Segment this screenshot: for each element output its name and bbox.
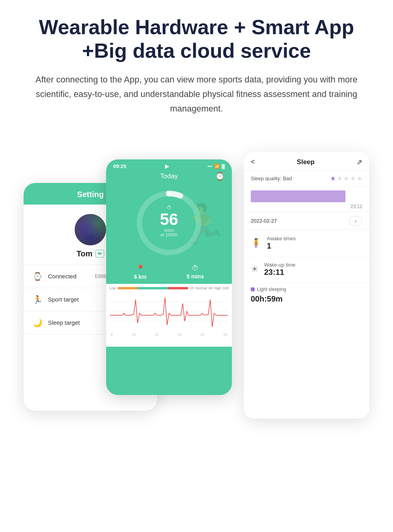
- status-right: ▪▪▪ 📶 ▓: [208, 164, 225, 169]
- heart-chart-svg: [109, 292, 229, 331]
- sleep-share-icon[interactable]: ⇗: [356, 158, 362, 166]
- user-name: Tom: [77, 249, 93, 258]
- star-rating: ★ ★ ★ ★ ★: [330, 175, 362, 182]
- star-4: ★: [350, 175, 356, 182]
- steps-sublabel: steps: [160, 228, 178, 232]
- star-2: ★: [337, 175, 342, 182]
- awake-icon: 🧍: [251, 238, 261, 248]
- distance-value: 6 km: [134, 274, 147, 280]
- scale-high: High: [214, 286, 221, 290]
- user-name-row: Tom ✏: [77, 249, 105, 258]
- battery-icon-status: ▓: [222, 164, 225, 168]
- wifi-icon: 📶: [214, 164, 220, 169]
- x-label-3: 12: [154, 333, 158, 336]
- hero-title: Wearable Hardware + Smart App +Big data …: [12, 16, 381, 63]
- light-sleep-dot: [251, 287, 255, 291]
- page-wrapper: Wearable Hardware + Smart App +Big data …: [0, 0, 393, 442]
- wakeup-label: Wake-up time: [264, 262, 362, 268]
- light-sleep-label: Light sleeping: [257, 287, 286, 292]
- awake-info: Awake times 1: [267, 236, 362, 250]
- star-5: ★: [357, 175, 362, 182]
- x-label-2: 10: [132, 333, 136, 336]
- scale-100: 100: [223, 286, 229, 290]
- duration-icon: ⏱: [192, 264, 199, 272]
- today-watch-icon: ⌚: [215, 172, 225, 181]
- seg-normal: [138, 287, 168, 289]
- steps-goal: et 10000: [160, 232, 178, 237]
- phone-sleep: < Sleep ⇗ Sleep quality: Bad ★ ★ ★ ★ ★ 2…: [244, 152, 369, 419]
- x-label-6: 18: [223, 333, 227, 336]
- x-label-4: 14: [178, 333, 182, 336]
- watch-icon: ⌚: [32, 271, 42, 282]
- steps-center: ⏱ 56 steps et 10000: [160, 205, 178, 237]
- scale-normal: Normal: [195, 286, 207, 290]
- scale-15: 15: [190, 286, 194, 290]
- seg-low: [118, 287, 138, 289]
- light-sleep-duration: 00h:59m: [244, 294, 369, 309]
- connected-label: Connected: [48, 273, 89, 280]
- signal-icon: ▪▪▪: [208, 164, 212, 168]
- heart-chart-area: Low 15 Normal 60 High 100: [106, 284, 232, 347]
- heart-scale-bar: Low 15 Normal 60 High 100: [109, 286, 229, 290]
- wakeup-info: Wake-up time 23:11: [264, 262, 362, 277]
- sleep-header: < Sleep ⇗: [244, 152, 369, 171]
- sleep-legend-row: Light sleeping: [244, 283, 369, 294]
- duration-value: 5 mins: [187, 273, 204, 280]
- avatar: [75, 214, 106, 245]
- star-3: ★: [343, 175, 349, 182]
- status-location-icon: ▶: [165, 163, 169, 169]
- sleep-icon: 🌙: [32, 318, 42, 328]
- awake-label: Awake times: [267, 236, 362, 241]
- sleep-bar-area: 23:11: [244, 186, 369, 212]
- title-line1: Wearable Hardware + Smart App: [39, 16, 354, 38]
- sleep-awake-row: 🧍 Awake times 1: [244, 230, 369, 256]
- sleep-date-row: 2022-02-27 ›: [244, 212, 369, 230]
- date-nav-button[interactable]: ›: [349, 216, 362, 226]
- steps-ring: ⏱ 56 steps et 10000: [106, 182, 232, 260]
- sleep-date: 2022-02-27: [251, 218, 277, 224]
- awake-value: 1: [267, 241, 362, 250]
- wakeup-value: 23:11: [264, 268, 362, 277]
- edit-icon[interactable]: ✏: [95, 250, 104, 258]
- seg-high: [168, 287, 189, 289]
- sleep-purple-bar: [251, 190, 345, 202]
- today-label: Today: [160, 172, 178, 180]
- scale-low: Low: [109, 286, 116, 290]
- sport-label: Sport target: [48, 296, 108, 303]
- steps-number: 56: [160, 211, 178, 228]
- x-label-1: 8: [111, 333, 113, 336]
- today-header: Today ⌚: [106, 169, 232, 182]
- steps-clock-icon: ⏱: [160, 205, 178, 210]
- x-label-5: 16: [200, 333, 204, 336]
- status-bar: 09:25 ▶ ▪▪▪ 📶 ▓: [106, 159, 232, 169]
- svg-point-2: [166, 190, 172, 197]
- stat-distance: 📍 6 km: [134, 264, 147, 280]
- stat-duration: ⏱ 5 mins: [187, 264, 204, 280]
- distance-icon: 📍: [136, 264, 145, 273]
- hero-section: Wearable Hardware + Smart App +Big data …: [12, 16, 381, 116]
- star-1: ★: [330, 175, 336, 182]
- sleep-quality-row: Sleep quality: Bad ★ ★ ★ ★ ★: [244, 171, 369, 186]
- sleep-back-button[interactable]: <: [251, 158, 255, 166]
- hero-subtitle: After connecting to the App, you can vie…: [35, 72, 358, 116]
- sleep-wakeup-row: ☀ Wake-up time 23:11: [244, 256, 369, 283]
- chart-x-labels: 8 10 12 14 16 18: [109, 333, 229, 336]
- sport-icon: 🏃: [32, 294, 42, 305]
- phone-today: 09:25 ▶ ▪▪▪ 📶 ▓ Today ⌚ 🏃: [106, 159, 232, 395]
- phones-container: Setting Tom ✏ ⌚ Connected E88E89 2D50 25…: [12, 136, 381, 426]
- avatar-image: [75, 214, 106, 245]
- today-stats: 📍 6 km ⏱ 5 mins: [106, 260, 232, 284]
- status-time: 09:25: [113, 163, 126, 169]
- scale-segments: [118, 287, 189, 289]
- sun-icon: ☀: [251, 264, 259, 274]
- sleep-time-label: 23:11: [251, 204, 362, 209]
- quality-label: Sleep quality: Bad: [251, 176, 292, 181]
- sleep-title: Sleep: [297, 158, 314, 166]
- scale-60: 60: [208, 286, 212, 290]
- title-line2: +Big data cloud service: [82, 39, 311, 62]
